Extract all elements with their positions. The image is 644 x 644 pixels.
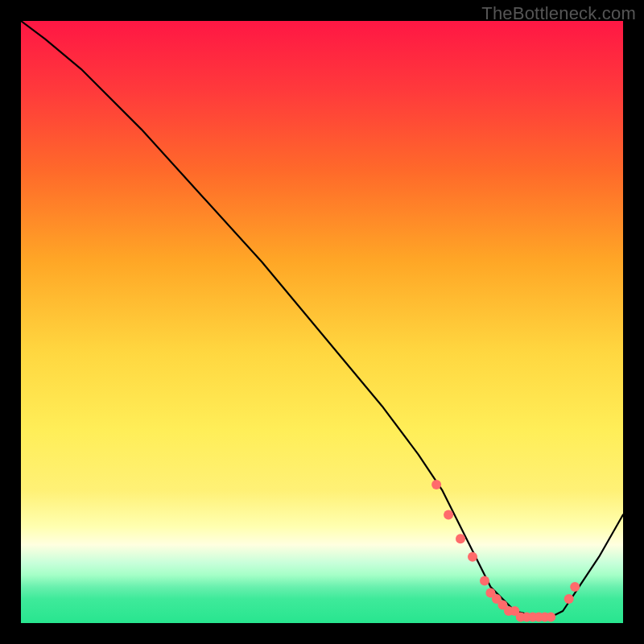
highlight-dot [431,480,441,489]
highlight-dot [570,582,580,592]
highlight-dots [431,480,580,622]
chart-frame: TheBottleneck.com [0,0,644,644]
highlight-dot [564,594,574,604]
highlight-dot [444,510,453,519]
bottleneck-curve [21,21,623,617]
highlight-dot [456,534,465,543]
watermark-text: TheBottleneck.com [481,3,636,24]
highlight-dot [468,552,477,562]
chart-plot-area [21,21,623,623]
highlight-dot [546,613,555,622]
chart-svg [21,21,623,623]
highlight-dot [480,576,489,586]
